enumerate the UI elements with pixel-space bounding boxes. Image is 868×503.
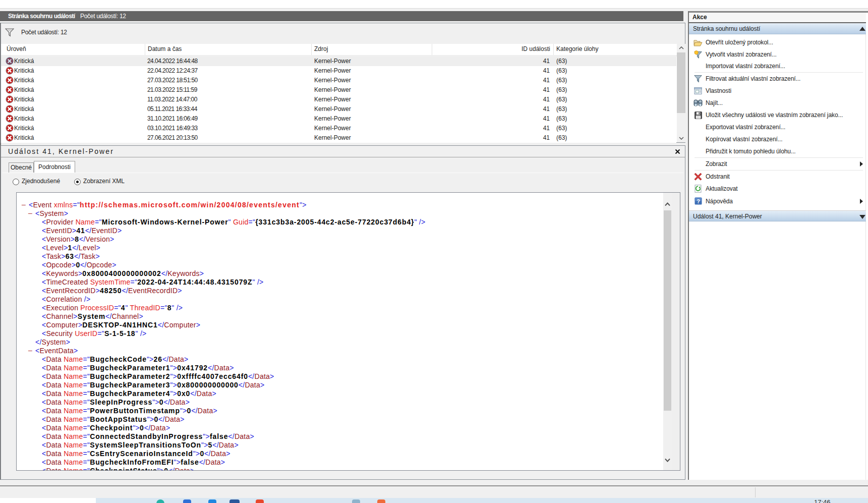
svg-text:?: ? [697,198,700,204]
